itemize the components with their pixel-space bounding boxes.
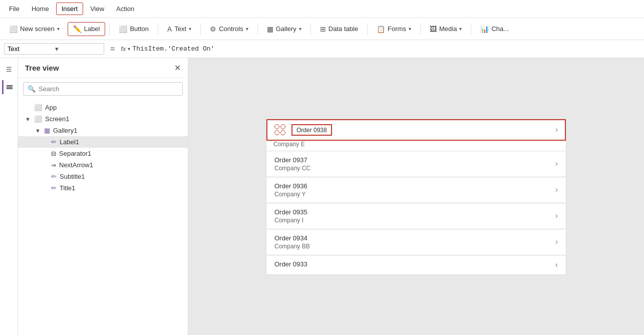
tree-item-nextarrow1-label: NextArrow1 xyxy=(59,161,181,169)
menu-action[interactable]: Action xyxy=(111,3,139,15)
handle-tr[interactable] xyxy=(280,124,285,129)
new-screen-button[interactable]: ⬜ New screen ▾ xyxy=(4,23,65,36)
separator-icon: ⊟ xyxy=(51,150,56,157)
tree-close-button[interactable]: ✕ xyxy=(174,63,181,73)
menu-view[interactable]: View xyxy=(85,3,109,15)
menu-insert[interactable]: Insert xyxy=(56,3,84,15)
handle-tl[interactable] xyxy=(274,124,279,129)
charts-button[interactable]: 📊 Cha... xyxy=(475,23,514,36)
toolbar: ⬜ New screen ▾ ✏️ Label ⬜ Button A Text … xyxy=(0,18,644,40)
formula-bar: Text ▾ = fx ▾ ThisItem.'Created On' xyxy=(0,40,644,58)
svg-rect-0 xyxy=(7,85,13,86)
data-table-icon: ⊞ xyxy=(320,25,326,33)
tree-item-screen1[interactable]: ▼ ⬜ Screen1 xyxy=(18,113,188,125)
hamburger-icon[interactable]: ☰ xyxy=(2,62,16,76)
gallery-row-selected[interactable]: Order 0938 › xyxy=(266,119,566,141)
text-caret: ▾ xyxy=(189,26,191,32)
icon-strip: ☰ xyxy=(0,58,18,335)
gallery-button[interactable]: ▦ Gallery ▾ xyxy=(262,23,306,36)
gallery-label: Gallery xyxy=(276,25,296,33)
data-table-button[interactable]: ⊞ Data table xyxy=(315,23,363,36)
controls-label: Controls xyxy=(219,25,243,33)
selected-row-title: Order 0938 xyxy=(296,127,327,134)
gallery-row-3[interactable]: Order 0935 Company I › xyxy=(266,203,566,229)
handle-bl[interactable] xyxy=(274,130,279,135)
row-1-title: Order 0937 xyxy=(274,156,555,164)
tree-item-separator1-label: Separator1 xyxy=(59,150,181,157)
new-screen-label: New screen xyxy=(20,25,55,33)
tree-item-separator1[interactable]: ⊟ Separator1 xyxy=(18,148,188,159)
gallery-row-2[interactable]: Order 0936 Company Y › xyxy=(266,177,566,203)
selected-subtitle-text: Company E xyxy=(273,141,305,148)
svg-rect-1 xyxy=(7,87,13,88)
title-icon: ✏ xyxy=(51,184,57,192)
forms-icon: 📋 xyxy=(377,25,385,33)
menu-file[interactable]: File xyxy=(4,3,25,15)
row-1-subtitle: Company CC xyxy=(274,165,555,172)
main-layout: ☰ Tree view ✕ 🔍 ⬜ App xyxy=(0,58,644,335)
tree-item-label1[interactable]: ✏ Label1 xyxy=(18,136,188,148)
new-screen-icon: ⬜ xyxy=(9,25,18,33)
tree-item-nextarrow1[interactable]: ⇒ NextArrow1 xyxy=(18,159,188,171)
expand-icon-gallery1: ▼ xyxy=(35,128,41,134)
toolbar-separator-2 xyxy=(158,23,158,35)
handles-row-bottom xyxy=(274,130,285,135)
row-5-chevron: ‹ xyxy=(555,260,558,269)
charts-label: Cha... xyxy=(491,25,509,33)
text-button[interactable]: A Text ▾ xyxy=(162,23,196,36)
gallery-row-1[interactable]: Order 0937 Company CC › xyxy=(266,151,566,177)
gallery-caret: ▾ xyxy=(299,26,301,32)
gallery-row-5[interactable]: Order 0933 ‹ xyxy=(266,255,566,274)
row-1-content: Order 0937 Company CC xyxy=(274,156,555,172)
controls-button[interactable]: ⚙ Controls ▾ xyxy=(205,23,253,36)
label-button[interactable]: ✏️ Label xyxy=(68,22,106,36)
media-button[interactable]: 🖼 Media ▾ xyxy=(425,23,467,36)
forms-button[interactable]: 📋 Forms ▾ xyxy=(372,23,416,36)
tree-item-app[interactable]: ⬜ App xyxy=(18,102,188,113)
tree-items: ⬜ App ▼ ⬜ Screen1 ▼ ▦ Gallery1 ✏ Label xyxy=(18,100,188,335)
tree-item-label1-label: Label1 xyxy=(60,138,181,146)
app-icon: ⬜ xyxy=(34,104,42,111)
tree-item-gallery1[interactable]: ▼ ▦ Gallery1 xyxy=(18,125,188,136)
gallery-tree-icon: ▦ xyxy=(44,127,50,134)
row-5-title: Order 0933 xyxy=(274,260,555,268)
gallery-row-selected-subtitle: Company E xyxy=(266,141,566,151)
menu-home[interactable]: Home xyxy=(27,3,54,15)
tree-item-subtitle1[interactable]: ✏ Subtitle1 xyxy=(18,171,188,182)
handle-br[interactable] xyxy=(280,130,285,135)
tree-header: Tree view ✕ xyxy=(18,58,188,78)
row-4-subtitle: Company BB xyxy=(274,243,555,250)
formula-text: ThisItem.'Created On' xyxy=(132,45,214,53)
controls-icon: ⚙ xyxy=(210,25,216,33)
tree-item-gallery1-label: Gallery1 xyxy=(53,127,181,134)
text-icon: A xyxy=(167,25,172,33)
button-icon: ⬜ xyxy=(119,25,127,33)
layers-icon[interactable] xyxy=(2,80,16,94)
tree-item-app-label: App xyxy=(45,104,181,111)
screen-icon: ⬜ xyxy=(34,115,42,123)
tree-item-subtitle1-label: Subtitle1 xyxy=(60,173,181,180)
row-3-content: Order 0935 Company I xyxy=(274,208,555,224)
row-4-title: Order 0934 xyxy=(274,234,555,242)
media-label: Media xyxy=(439,25,457,33)
search-input[interactable] xyxy=(39,85,178,93)
toolbar-separator-8 xyxy=(471,23,471,35)
row-1-chevron: › xyxy=(555,159,558,168)
row-4-chevron: › xyxy=(555,237,558,246)
gallery-card: Order 0938 › Company E Order 0937 Compan… xyxy=(266,119,566,275)
tree-item-title1[interactable]: ✏ Title1 xyxy=(18,182,188,194)
tree-item-screen1-label: Screen1 xyxy=(45,115,181,123)
tree-search-box[interactable]: 🔍 xyxy=(23,82,183,96)
new-screen-caret: ▾ xyxy=(57,26,60,32)
toolbar-separator-7 xyxy=(420,23,421,35)
toolbar-separator-6 xyxy=(367,23,368,35)
formula-dropdown[interactable]: Text ▾ xyxy=(4,43,104,55)
charts-icon: 📊 xyxy=(480,25,489,33)
row-2-chevron: › xyxy=(555,185,558,194)
row-2-content: Order 0936 Company Y xyxy=(274,182,555,198)
controls-caret: ▾ xyxy=(246,26,248,32)
subtitle-icon: ✏ xyxy=(51,173,57,180)
button-button[interactable]: ⬜ Button xyxy=(114,23,154,36)
row-5-content: Order 0933 xyxy=(274,260,555,269)
gallery-row-4[interactable]: Order 0934 Company BB › xyxy=(266,229,566,255)
